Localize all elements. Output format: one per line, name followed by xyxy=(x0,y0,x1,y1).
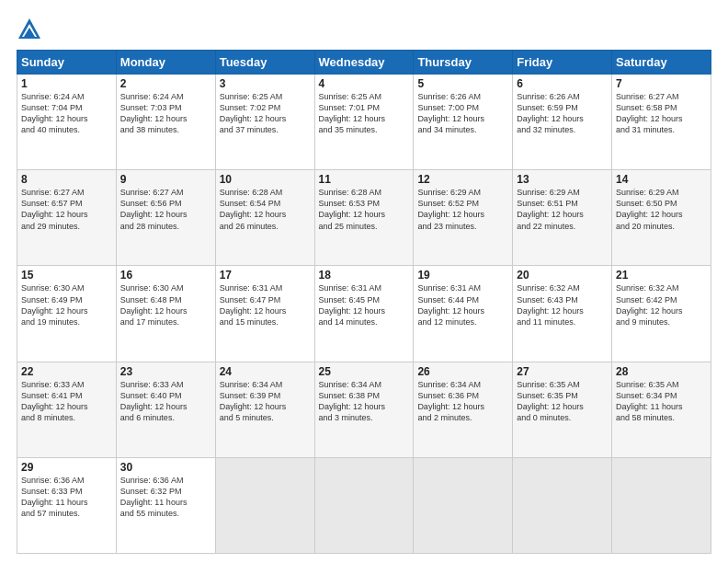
day-info: Sunrise: 6:33 AM Sunset: 6:41 PM Dayligh… xyxy=(21,379,112,424)
calendar-cell xyxy=(414,457,513,553)
day-number: 15 xyxy=(21,269,112,282)
day-number: 29 xyxy=(21,461,112,474)
calendar-cell: 24Sunrise: 6:34 AM Sunset: 6:39 PM Dayli… xyxy=(215,362,314,457)
day-info: Sunrise: 6:28 AM Sunset: 6:54 PM Dayligh… xyxy=(220,187,311,232)
day-number: 27 xyxy=(517,365,608,378)
calendar-cell: 12Sunrise: 6:29 AM Sunset: 6:52 PM Dayli… xyxy=(414,170,513,266)
calendar-week-4: 22Sunrise: 6:33 AM Sunset: 6:41 PM Dayli… xyxy=(17,362,711,457)
calendar-header-tuesday: Tuesday xyxy=(215,51,314,75)
day-number: 9 xyxy=(120,173,211,186)
calendar-cell xyxy=(513,457,612,553)
day-number: 1 xyxy=(21,77,112,90)
day-number: 5 xyxy=(417,77,508,90)
day-number: 7 xyxy=(616,77,707,90)
day-number: 4 xyxy=(319,77,410,90)
day-number: 20 xyxy=(517,269,608,282)
logo xyxy=(17,17,44,42)
calendar-cell: 8Sunrise: 6:27 AM Sunset: 6:57 PM Daylig… xyxy=(17,170,117,266)
calendar-cell: 30Sunrise: 6:36 AM Sunset: 6:32 PM Dayli… xyxy=(116,457,215,553)
logo-icon xyxy=(17,17,42,42)
day-number: 14 xyxy=(616,173,707,186)
day-info: Sunrise: 6:31 AM Sunset: 6:47 PM Dayligh… xyxy=(220,282,311,327)
calendar-cell: 22Sunrise: 6:33 AM Sunset: 6:41 PM Dayli… xyxy=(17,362,117,457)
calendar-cell: 10Sunrise: 6:28 AM Sunset: 6:54 PM Dayli… xyxy=(215,170,314,266)
day-info: Sunrise: 6:30 AM Sunset: 6:48 PM Dayligh… xyxy=(120,282,211,327)
day-info: Sunrise: 6:24 AM Sunset: 7:04 PM Dayligh… xyxy=(21,91,112,136)
header xyxy=(17,17,711,42)
day-info: Sunrise: 6:36 AM Sunset: 6:32 PM Dayligh… xyxy=(120,475,211,520)
calendar-cell: 21Sunrise: 6:32 AM Sunset: 6:42 PM Dayli… xyxy=(612,266,711,362)
day-info: Sunrise: 6:32 AM Sunset: 6:42 PM Dayligh… xyxy=(616,282,707,327)
calendar-cell: 1Sunrise: 6:24 AM Sunset: 7:04 PM Daylig… xyxy=(17,75,117,170)
calendar-week-3: 15Sunrise: 6:30 AM Sunset: 6:49 PM Dayli… xyxy=(17,266,711,362)
day-info: Sunrise: 6:24 AM Sunset: 7:03 PM Dayligh… xyxy=(120,91,211,136)
calendar-cell: 6Sunrise: 6:26 AM Sunset: 6:59 PM Daylig… xyxy=(513,75,612,170)
day-info: Sunrise: 6:29 AM Sunset: 6:50 PM Dayligh… xyxy=(616,187,707,232)
calendar-week-5: 29Sunrise: 6:36 AM Sunset: 6:33 PM Dayli… xyxy=(17,457,711,553)
calendar-cell: 16Sunrise: 6:30 AM Sunset: 6:48 PM Dayli… xyxy=(116,266,215,362)
calendar-cell: 11Sunrise: 6:28 AM Sunset: 6:53 PM Dayli… xyxy=(314,170,414,266)
calendar-cell: 23Sunrise: 6:33 AM Sunset: 6:40 PM Dayli… xyxy=(116,362,215,457)
day-number: 21 xyxy=(616,269,707,282)
calendar-cell: 27Sunrise: 6:35 AM Sunset: 6:35 PM Dayli… xyxy=(513,362,612,457)
day-info: Sunrise: 6:34 AM Sunset: 6:38 PM Dayligh… xyxy=(319,379,410,424)
day-info: Sunrise: 6:25 AM Sunset: 7:02 PM Dayligh… xyxy=(220,91,311,136)
calendar-cell: 25Sunrise: 6:34 AM Sunset: 6:38 PM Dayli… xyxy=(314,362,414,457)
calendar-header-sunday: Sunday xyxy=(17,51,117,75)
day-info: Sunrise: 6:28 AM Sunset: 6:53 PM Dayligh… xyxy=(319,187,410,232)
calendar-cell: 7Sunrise: 6:27 AM Sunset: 6:58 PM Daylig… xyxy=(612,75,711,170)
day-info: Sunrise: 6:31 AM Sunset: 6:44 PM Dayligh… xyxy=(417,282,508,327)
calendar-cell: 18Sunrise: 6:31 AM Sunset: 6:45 PM Dayli… xyxy=(314,266,414,362)
day-number: 11 xyxy=(319,173,410,186)
calendar-header-friday: Friday xyxy=(513,51,612,75)
calendar-cell: 14Sunrise: 6:29 AM Sunset: 6:50 PM Dayli… xyxy=(612,170,711,266)
day-number: 6 xyxy=(517,77,608,90)
day-info: Sunrise: 6:25 AM Sunset: 7:01 PM Dayligh… xyxy=(319,91,410,136)
day-info: Sunrise: 6:35 AM Sunset: 6:35 PM Dayligh… xyxy=(517,379,608,424)
day-number: 28 xyxy=(616,365,707,378)
calendar-table: SundayMondayTuesdayWednesdayThursdayFrid… xyxy=(17,50,711,554)
page: SundayMondayTuesdayWednesdayThursdayFrid… xyxy=(0,0,728,563)
calendar-cell: 28Sunrise: 6:35 AM Sunset: 6:34 PM Dayli… xyxy=(612,362,711,457)
day-info: Sunrise: 6:29 AM Sunset: 6:51 PM Dayligh… xyxy=(517,187,608,232)
calendar-cell xyxy=(215,457,314,553)
calendar-header-wednesday: Wednesday xyxy=(314,51,414,75)
calendar-cell: 19Sunrise: 6:31 AM Sunset: 6:44 PM Dayli… xyxy=(414,266,513,362)
day-number: 10 xyxy=(220,173,311,186)
day-info: Sunrise: 6:35 AM Sunset: 6:34 PM Dayligh… xyxy=(616,379,707,424)
day-number: 3 xyxy=(220,77,311,90)
calendar-header-row: SundayMondayTuesdayWednesdayThursdayFrid… xyxy=(17,51,711,75)
day-number: 30 xyxy=(120,461,211,474)
calendar-header-saturday: Saturday xyxy=(612,51,711,75)
day-info: Sunrise: 6:27 AM Sunset: 6:56 PM Dayligh… xyxy=(120,187,211,232)
day-number: 8 xyxy=(21,173,112,186)
day-number: 13 xyxy=(517,173,608,186)
calendar-cell: 4Sunrise: 6:25 AM Sunset: 7:01 PM Daylig… xyxy=(314,75,414,170)
day-number: 18 xyxy=(319,269,410,282)
day-info: Sunrise: 6:31 AM Sunset: 6:45 PM Dayligh… xyxy=(319,282,410,327)
day-info: Sunrise: 6:29 AM Sunset: 6:52 PM Dayligh… xyxy=(417,187,508,232)
day-info: Sunrise: 6:33 AM Sunset: 6:40 PM Dayligh… xyxy=(120,379,211,424)
calendar-cell xyxy=(314,457,414,553)
day-info: Sunrise: 6:34 AM Sunset: 6:39 PM Dayligh… xyxy=(220,379,311,424)
calendar-cell: 29Sunrise: 6:36 AM Sunset: 6:33 PM Dayli… xyxy=(17,457,117,553)
calendar-cell: 2Sunrise: 6:24 AM Sunset: 7:03 PM Daylig… xyxy=(116,75,215,170)
calendar-cell: 20Sunrise: 6:32 AM Sunset: 6:43 PM Dayli… xyxy=(513,266,612,362)
calendar-cell: 15Sunrise: 6:30 AM Sunset: 6:49 PM Dayli… xyxy=(17,266,117,362)
calendar-cell: 5Sunrise: 6:26 AM Sunset: 7:00 PM Daylig… xyxy=(414,75,513,170)
day-info: Sunrise: 6:30 AM Sunset: 6:49 PM Dayligh… xyxy=(21,282,112,327)
day-info: Sunrise: 6:32 AM Sunset: 6:43 PM Dayligh… xyxy=(517,282,608,327)
day-number: 17 xyxy=(220,269,311,282)
day-number: 22 xyxy=(21,365,112,378)
day-info: Sunrise: 6:34 AM Sunset: 6:36 PM Dayligh… xyxy=(417,379,508,424)
calendar-cell: 13Sunrise: 6:29 AM Sunset: 6:51 PM Dayli… xyxy=(513,170,612,266)
calendar-header-monday: Monday xyxy=(116,51,215,75)
calendar-cell: 26Sunrise: 6:34 AM Sunset: 6:36 PM Dayli… xyxy=(414,362,513,457)
calendar-cell: 9Sunrise: 6:27 AM Sunset: 6:56 PM Daylig… xyxy=(116,170,215,266)
calendar-cell xyxy=(612,457,711,553)
day-number: 25 xyxy=(319,365,410,378)
day-number: 16 xyxy=(120,269,211,282)
day-number: 23 xyxy=(120,365,211,378)
calendar-week-2: 8Sunrise: 6:27 AM Sunset: 6:57 PM Daylig… xyxy=(17,170,711,266)
day-info: Sunrise: 6:26 AM Sunset: 7:00 PM Dayligh… xyxy=(417,91,508,136)
